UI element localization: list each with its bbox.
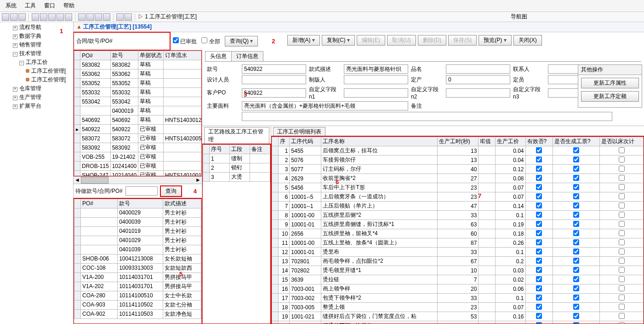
table-row[interactable]: COA-90310114110502女款七分袖 [74, 300, 201, 309]
cell-checkbox[interactable] [536, 175, 542, 181]
cell-checkbox[interactable] [573, 313, 579, 319]
table-row[interactable]: 153639烫拉链70.02 [272, 275, 644, 284]
table-row[interactable]: 710001--1上压后领贴（单片上）470.14 [272, 202, 644, 211]
tb-icon[interactable] [95, 13, 102, 21]
cell-checkbox[interactable] [536, 258, 542, 264]
table-row[interactable]: 177003-002包烫下领争样*2330.1 [272, 294, 644, 303]
table-row[interactable]: 0401029男士衬衫 [74, 236, 201, 245]
tb-icon[interactable] [32, 13, 39, 21]
cell-checkbox[interactable] [536, 230, 542, 236]
pending-input[interactable] [125, 186, 158, 196]
form-input-自定义字段n1[interactable] [344, 88, 408, 98]
table-row[interactable]: 15455后领窝点主标，挂耳位130.04 [272, 146, 644, 156]
form-input-款号[interactable] [242, 64, 306, 74]
cell-checkbox[interactable] [619, 276, 625, 282]
cell-checkbox[interactable] [536, 249, 542, 255]
cell-checkbox[interactable] [536, 221, 542, 227]
cell-checkbox[interactable] [619, 166, 625, 172]
tb-icon[interactable] [78, 13, 85, 21]
col-header[interactable]: 序号 [210, 145, 230, 154]
cancel-button[interactable]: 取消(U) [387, 35, 416, 46]
col-header[interactable]: 款号 [110, 51, 138, 60]
cell-checkbox[interactable] [619, 193, 625, 199]
tb-icon[interactable] [125, 13, 132, 21]
table-row[interactable]: 553042553042草稿 [74, 97, 202, 106]
copy-button[interactable]: 复制(C) [322, 35, 355, 46]
form-input-自定义字段n2[interactable] [446, 88, 510, 98]
cell-checkbox[interactable] [619, 258, 625, 264]
chk-all[interactable]: 全部 [201, 37, 220, 46]
tab-route[interactable]: 工艺路线及工序工价管理 [204, 127, 269, 144]
cell-checkbox[interactable] [619, 147, 625, 153]
col-header[interactable]: 生产工价 [495, 137, 525, 146]
form-input-备注[interactable] [242, 112, 612, 121]
col-header[interactable]: 生产工时(秒) [437, 137, 479, 146]
col-header[interactable]: IE值 [479, 137, 495, 146]
tree-node[interactable]: 技术管理 [1, 49, 72, 58]
menu-tools[interactable]: 工具 [21, 1, 40, 11]
tab-order[interactable]: 订单信息 [231, 51, 263, 61]
cell-checkbox[interactable] [536, 166, 542, 172]
delete-button[interactable]: 删除(D) [418, 35, 447, 46]
cell-checkbox[interactable] [573, 221, 579, 227]
query-button[interactable]: 查询(Q) [225, 36, 258, 46]
cell-checkbox[interactable] [573, 212, 579, 218]
col-header[interactable]: 有效否? [525, 137, 553, 146]
cell-checkbox[interactable] [573, 295, 579, 301]
col-header[interactable]: 单据状态 [138, 51, 164, 60]
table-row[interactable]: 191001-021缝拼好后点下袋位，门禁宽度点位，粘530.16 [272, 312, 644, 321]
tb-icon[interactable] [57, 13, 64, 21]
cell-checkbox[interactable] [536, 304, 542, 310]
tree-node[interactable]: 仓库管理 [1, 84, 72, 93]
close-button[interactable]: 关闭(X) [513, 35, 542, 46]
table-row[interactable]: 167003-001画上领争样200.06 [272, 284, 644, 294]
tree-node[interactable]: 工序工价管理[ [1, 75, 72, 84]
table-row[interactable]: 3大烫 [203, 173, 270, 182]
tb-icon[interactable] [2, 13, 9, 21]
cell-checkbox[interactable] [573, 184, 579, 190]
table-row[interactable]: 583092583092已审核 [74, 143, 202, 152]
tab-head[interactable]: 头信息 [205, 51, 232, 61]
menu-help[interactable]: 帮助 [60, 1, 78, 11]
menu-system[interactable]: 系统 [2, 1, 20, 11]
cell-checkbox[interactable] [573, 249, 579, 255]
cell-checkbox[interactable] [573, 166, 579, 172]
table-row[interactable]: 540692540692草稿HNTS1403012 [74, 116, 202, 125]
table-row[interactable]: 610001--5上后领窝牙条（一道成功）230.07 [272, 192, 644, 202]
update-quota-button[interactable]: 更新工序定额 [581, 91, 639, 102]
cell-checkbox[interactable] [536, 276, 542, 282]
grid-route[interactable]: 6 序号工段备注1缝制2锁钉3大烫 [202, 144, 271, 324]
cell-checkbox[interactable] [573, 285, 579, 291]
cell-checkbox[interactable] [573, 175, 579, 181]
cell-checkbox[interactable] [619, 202, 625, 208]
cell-checkbox[interactable] [619, 175, 625, 181]
grid-detail[interactable]: 7 序工序代码工序名称生产工时(秒)IE值生产工价有效否?是否生成工票?是否以床… [271, 136, 644, 324]
table-row[interactable]: 1缝制 [203, 154, 270, 163]
cell-checkbox[interactable] [619, 313, 625, 319]
table-row[interactable]: 187003-005整烫上领230.07 [272, 303, 644, 312]
cell-checkbox[interactable] [619, 322, 625, 324]
cell-checkbox[interactable] [536, 184, 542, 190]
form-input-制版人[interactable] [344, 75, 408, 84]
new-button[interactable]: 新增(A) [287, 35, 320, 46]
col-header[interactable]: 工序名称 [321, 137, 437, 146]
form-input-款式描述[interactable] [344, 64, 408, 74]
col-header[interactable]: 备注 [250, 145, 270, 154]
table-row[interactable]: 13702801画毛领争样，点扣眼位*2670.2 [272, 257, 644, 266]
cell-checkbox[interactable] [573, 267, 579, 273]
cell-checkbox[interactable] [573, 156, 579, 162]
col-header[interactable]: 是否生成工票? [553, 137, 599, 146]
table-row[interactable]: 55456车后中上下折T形230.07 [272, 183, 644, 192]
tree-node[interactable]: 扩展平台 [1, 102, 72, 110]
cell-checkbox[interactable] [536, 267, 542, 273]
cell-checkbox[interactable] [619, 249, 625, 255]
cell-checkbox[interactable] [573, 230, 579, 236]
cell-checkbox[interactable] [536, 212, 542, 218]
table-row[interactable]: 0400029男士衬衫 [74, 208, 201, 217]
tab-detail[interactable]: 工序工价明细列表 [273, 127, 325, 136]
cell-checkbox[interactable] [573, 276, 579, 282]
cell-checkbox[interactable] [573, 147, 579, 153]
table-row[interactable]: 1210001-01烫里布330.1 [272, 248, 644, 257]
table-row[interactable]: V1A-20210114031701男拼接马甲 [74, 282, 201, 291]
table-row[interactable]: COA-28010114100510女士中长款 [74, 291, 201, 300]
